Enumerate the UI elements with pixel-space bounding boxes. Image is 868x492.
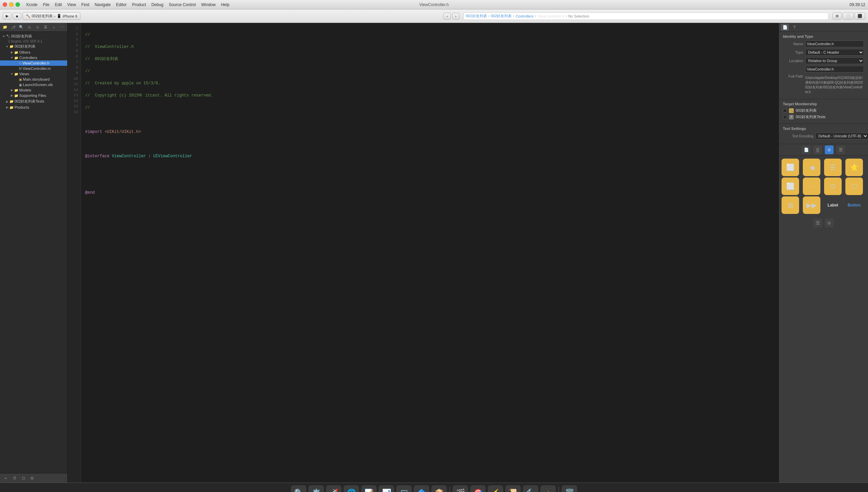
type-select[interactable]: Default - C Header [805, 49, 864, 56]
obj-lib-btn-1[interactable]: 📄 [802, 145, 811, 154]
sidebar-warning-icon[interactable]: ⚠ [26, 24, 32, 30]
sidebar-nav-icon[interactable]: ◎ [29, 475, 35, 481]
obj-lib-btn-3[interactable]: ⊙ [825, 145, 834, 154]
sidebar-filter-icon[interactable]: ◻ [20, 475, 26, 481]
run-button[interactable]: ▶ [3, 13, 11, 20]
menu-editor[interactable]: Editor [116, 2, 127, 7]
obj-icon-5[interactable]: ⬜ [781, 177, 799, 195]
menu-source-control[interactable]: Source Control [169, 2, 196, 7]
project-name[interactable]: 002好友列表 [32, 14, 53, 19]
nav-forward-button[interactable]: › [452, 13, 460, 20]
sidebar-search-icon[interactable]: 🔍 [18, 24, 24, 30]
add-file-button[interactable]: + [3, 475, 9, 481]
minimize-button[interactable] [9, 2, 14, 7]
code-view[interactable]: 1 2 3 4 5 6 7 8 9 10 11 12 13 14 15 16 /… [68, 23, 778, 483]
dock-xcode[interactable]: 🔨 [523, 485, 538, 492]
stop-button[interactable]: ■ [13, 13, 21, 20]
breadcrumb-4[interactable]: ViewController.h [537, 14, 564, 18]
obj-icon-1[interactable]: ⬜ [781, 158, 799, 176]
menu-xcode[interactable]: Xcode [26, 2, 38, 7]
location-select[interactable]: Relative to Group [805, 57, 864, 64]
tree-item-products[interactable]: ▶ 📁 Products [0, 105, 67, 110]
text-encoding-select[interactable]: Default - Unicode (UTF-8) [815, 132, 868, 139]
tree-item-vc-h[interactable]: H ViewController.h [0, 60, 67, 66]
obj-icon-3[interactable]: ☰ [824, 158, 842, 176]
device-name[interactable]: iPhone 6 [63, 14, 77, 18]
sidebar-debug-icon[interactable]: ☰ [43, 24, 49, 30]
obj-icon-10[interactable]: ▶▶ [803, 196, 820, 214]
obj-icon-7[interactable]: ⊙ [824, 177, 842, 195]
menu-navigate[interactable]: Navigate [95, 2, 111, 7]
sidebar-git-icon[interactable]: ⎇ [10, 24, 16, 30]
dock-settings[interactable]: ⚙️ [308, 485, 324, 492]
tree-item-project[interactable]: ▼ 🔨 002好友列表 [0, 33, 67, 40]
obj-icon-9[interactable]: ⊞ [781, 196, 799, 214]
inspector-file-tab[interactable]: 📄 [781, 24, 789, 31]
dock-notes[interactable]: 📝 [361, 485, 377, 492]
target-checkbox-2[interactable] [783, 115, 787, 119]
obj-icon-4[interactable]: ⭐ [845, 158, 863, 176]
tree-item-launchscreen[interactable]: ▣ LaunchScreen.xib [0, 82, 67, 88]
view-toggle-btn[interactable]: ⊞ [832, 13, 842, 20]
bottom-icon-1[interactable]: ☰ [813, 219, 822, 227]
menu-view[interactable]: View [67, 2, 76, 7]
breadcrumb-1[interactable]: 002好友列表 [466, 14, 487, 19]
sidebar-folder-icon[interactable]: 📁 [2, 24, 8, 30]
dock-onenote[interactable]: 📊 [379, 485, 394, 492]
menu-help[interactable]: Help [221, 2, 229, 7]
sidebar-history-icon[interactable]: ⏱ [11, 475, 18, 481]
sidebar-test-icon[interactable]: ◇ [34, 24, 41, 30]
name-input[interactable] [805, 41, 864, 47]
dock-filezilla[interactable]: 📦 [431, 485, 447, 492]
location-file-input[interactable] [805, 66, 864, 73]
target-checkbox-1[interactable] [783, 109, 787, 113]
dock-appstore[interactable]: ⚡ [488, 485, 503, 492]
tree-item-models[interactable]: ▶ 📁 Models [0, 88, 67, 93]
tree-item-controllers[interactable]: ▼ 📁 Controllers [0, 55, 67, 60]
dock-photobooth[interactable]: 🎬 [452, 485, 468, 492]
dock-script[interactable]: 📜 [505, 485, 521, 492]
obj-icon-2[interactable]: ◀ [803, 158, 820, 176]
breadcrumb-3[interactable]: Controllers [516, 14, 534, 18]
dock-finder[interactable]: 🔍 [291, 485, 306, 492]
dock-launchpad[interactable]: 🚀 [326, 485, 342, 492]
obj-icon-8[interactable]: ⬡ [845, 177, 863, 195]
menu-file[interactable]: File [43, 2, 49, 7]
menu-debug[interactable]: Debug [151, 2, 163, 7]
bottom-icon-2[interactable]: ⊙ [825, 219, 834, 227]
dock-safari[interactable]: 🌐 [344, 485, 359, 492]
object-grid: ⬜ ◀ ☰ ⭐ ⬜ ⋯ ⊙ ⬡ ⊞ ▶▶ Label Button [779, 156, 868, 217]
close-button[interactable] [3, 2, 7, 7]
tree-item-tests[interactable]: ▶ 📁 002好友列表Tests [0, 98, 67, 105]
obj-icon-6[interactable]: ⋯ [803, 177, 820, 195]
menu-find[interactable]: Find [81, 2, 89, 7]
toolbar: ▶ ■ 🔨 002好友列表 › 📱 iPhone 6 ‹ › 002好友列表 ›… [0, 9, 868, 23]
inspector-toggle-btn[interactable]: ⬜ [843, 13, 853, 20]
breadcrumb-2[interactable]: 002好友列表 [491, 14, 512, 19]
tree-item-supporting[interactable]: ▶ 📁 Supporting Files [0, 93, 67, 98]
nav-back-button[interactable]: ‹ [443, 13, 451, 20]
inspector-quick-help-tab[interactable]: ? [790, 24, 798, 31]
tree-item-vc-m[interactable]: M ViewController.m [0, 66, 67, 71]
tree-group-main[interactable]: ▼ 📁 002好友列表 [0, 43, 67, 50]
obj-button-cell[interactable]: Button [845, 196, 863, 214]
sidebar-more-icon[interactable]: ⋯ [59, 24, 65, 30]
menu-edit[interactable]: Edit [55, 2, 62, 7]
obj-label-cell[interactable]: Label [824, 196, 842, 214]
tree-item-main-storyboard[interactable]: ▣ Main.storyboard [0, 77, 67, 82]
menu-product[interactable]: Product [132, 2, 146, 7]
menu-window[interactable]: Window [201, 2, 216, 7]
dock-simulator[interactable]: 📱 [540, 485, 556, 492]
tree-item-views[interactable]: ▼ 📁 Views [0, 71, 67, 77]
zoom-button[interactable] [16, 2, 20, 7]
dock-instruments[interactable]: 🎯 [470, 485, 486, 492]
tree-item-others[interactable]: ▶ 📁 Others [0, 50, 67, 55]
obj-lib-btn-4[interactable]: ☰ [836, 145, 845, 154]
obj-lib-btn-2[interactable]: {} [813, 145, 822, 154]
code-content[interactable]: // // ViewController.h // 002好友列表 // // … [81, 23, 778, 483]
dock-filezilla-blue[interactable]: 🔷 [414, 485, 429, 492]
sidebar-report-icon[interactable]: ○ [51, 24, 57, 30]
dock-trash[interactable]: 🗑️ [562, 485, 577, 492]
dock-terminal[interactable]: 💻 [396, 485, 412, 492]
panel-toggle-btn[interactable]: ⬛ [854, 13, 865, 20]
